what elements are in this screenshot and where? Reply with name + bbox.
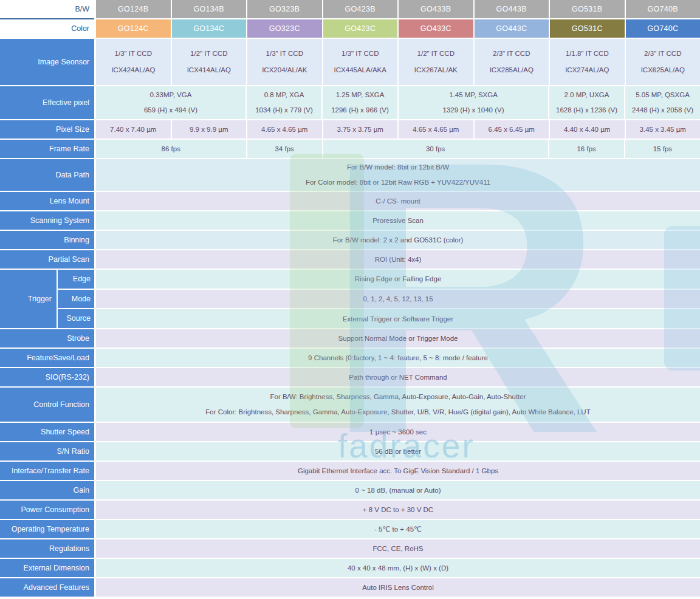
row-label: Advanced Features	[0, 578, 94, 597]
spec-row-scanning-system: Scanning System Proressive Scan	[0, 211, 700, 230]
model-header-color: GO124C	[96, 19, 171, 38]
row-label: Interface/Transfer Rate	[0, 462, 94, 480]
row-label: Operating Temperature	[0, 520, 94, 538]
spec-cell: For B/W model: 2 x 2 and GO531C (color)	[96, 231, 700, 249]
spec-row-feature-save-load: FeatureSave/Load 9 Channels (0:factory, …	[0, 349, 700, 367]
spec-row-strobe: Strobe Support Normal Mode or Trigger Mo…	[0, 329, 700, 347]
row-label: Control Function	[0, 388, 94, 422]
header-row-color: Color GO124C GO134C GO323C GO423C GO433C…	[0, 19, 700, 38]
row-label: Regulations	[0, 539, 94, 558]
spec-cell: Proressive Scan	[96, 211, 700, 230]
model-header-bw: GO433B	[399, 0, 473, 18]
color-row-label: Color	[0, 19, 94, 38]
spec-row-lens-mount: Lens Mount C-/ CS- mount	[0, 192, 700, 210]
spec-row-sio: SIO(RS-232) Path through or NET Command	[0, 368, 700, 386]
spec-cell: 4.65 x 4.65 µm	[399, 120, 473, 139]
spec-cell: 0.8 MP, XGA1034 (H) x 779 (V)	[247, 86, 321, 119]
model-header-color: GO423C	[323, 19, 398, 38]
spec-row-dimension: External Dimension 40 x 40 x 48 mm, (H) …	[0, 559, 700, 577]
spec-cell: 0.33MP, VGA659 (H) x 494 (V)	[96, 86, 245, 119]
model-header-color: GO323C	[247, 19, 322, 38]
spec-cell: 0, 1, 2, 4, 5, 12, 13, 15	[96, 290, 700, 309]
spec-cell: 4.65 x 4.65 µm	[247, 120, 322, 139]
spec-row-sn-ratio: S/N Ratio 56 dB or better	[0, 442, 700, 460]
spec-cell: 34 fps	[247, 140, 322, 158]
row-label: Lens Mount	[0, 192, 94, 210]
trigger-label: Trigger	[0, 270, 57, 328]
spec-cell: 3.75 x 3.75 µm	[323, 120, 398, 139]
spec-cell: 86 fps	[96, 140, 246, 158]
row-label: Gain	[0, 481, 94, 499]
trigger-sub-label-source: Source	[58, 309, 94, 328]
row-label: Image Seonsor	[0, 39, 94, 85]
spec-cell: 3.45 x 3.45 µm	[626, 120, 700, 139]
model-header-bw: GO443B	[475, 0, 549, 18]
spec-row-image-sensor: Image Seonsor 1/3" IT CCDICX424AL/AQ 1/2…	[0, 39, 700, 85]
spec-row-temperature: Operating Temperature - 5℃ to + 45℃	[0, 520, 700, 538]
row-label: S/N Ratio	[0, 442, 94, 460]
spec-cell: C-/ CS- mount	[96, 192, 700, 210]
spec-cell: - 5℃ to + 45℃	[96, 520, 700, 538]
spec-cell: For B/W: Brightness, Sharpness, Gamma, A…	[96, 388, 700, 422]
row-label: Power Consumption	[0, 501, 94, 519]
model-header-bw: GO531B	[550, 0, 625, 18]
spec-cell: Path through or NET Command	[96, 368, 700, 386]
row-label: Scanning System	[0, 211, 94, 230]
spec-cell: 4.40 x 4.40 µm	[550, 120, 625, 139]
spec-cell: 1/3" IT CCDICX424AL/AQ	[96, 39, 171, 85]
spec-cell: 1.25 MP, SXGA1296 (H) x 966 (V)	[323, 86, 397, 119]
spec-row-trigger: Trigger Edge Mode Source Rising Edge or …	[0, 270, 700, 328]
row-label: Partial Scan	[0, 250, 94, 269]
spec-row-advanced: Advanced Features Auto IRIS Lens Control	[0, 578, 700, 597]
model-header-color: GO531C	[550, 19, 625, 38]
spec-cell: Rising Edge or Falling Edge	[96, 270, 700, 289]
spec-cell: 2.0 MP, UXGA1628 (H) x 1236 (V)	[549, 86, 624, 119]
spec-cell: 7.40 x 7.40 µm	[96, 120, 171, 139]
spec-cell: 15 fps	[625, 140, 700, 158]
row-label: SIO(RS-232)	[0, 368, 94, 386]
spec-cell: 2/3" IT CCDICX625AL/AQ	[626, 39, 700, 85]
spec-row-control-function: Control Function For B/W: Brightness, Sh…	[0, 388, 700, 422]
spec-cell: 16 fps	[549, 140, 624, 158]
spec-row-power: Power Consumption + 8 V DC to + 30 V DC	[0, 501, 700, 519]
row-label: Effective pixel	[0, 86, 94, 119]
model-header-bw: GO323B	[247, 0, 322, 18]
spec-cell: 30 fps	[323, 140, 548, 158]
spec-cell: 56 dB or better	[96, 442, 700, 460]
spec-cell: Gigabit Ethernet Interface acc. To GigE …	[96, 462, 700, 480]
spec-cell: FCC, CE, RoHS	[96, 539, 700, 558]
spec-row-binning: Binning For B/W model: 2 x 2 and GO531C …	[0, 231, 700, 249]
row-label: Binning	[0, 231, 94, 249]
model-header-bw: GO740B	[626, 0, 700, 18]
spec-row-data-path: Data Path For B/W model: 8bit or 12bit B…	[0, 159, 700, 191]
spec-sheet: B/W GO124B GO134B GO323B GO423B GO433B G…	[0, 0, 700, 599]
spec-cell: ROI (Unit: 4x4)	[96, 250, 700, 269]
spec-cell: 1/3" IT CCDICX204/AL/AK	[247, 39, 322, 85]
spec-cell: 1/2" IT CCDICX414AL/AQ	[172, 39, 247, 85]
spec-cell: 40 x 40 x 48 mm, (H) x (W) x (D)	[96, 559, 700, 577]
spec-cell: 2/3" IT CCDICX285AL/AQ	[475, 39, 549, 85]
spec-cell: 1/1.8" IT CCDICX274AL/AQ	[550, 39, 625, 85]
model-header-color: GO134C	[172, 19, 247, 38]
spec-row-gain: Gain 0 ~ 18 dB, (manual or Auto)	[0, 481, 700, 499]
spec-cell: External Trigger or Software Trigger	[96, 309, 700, 328]
spec-cell: 9.9 x 9.9 µm	[172, 120, 247, 139]
bw-row-divider	[0, 18, 94, 19]
model-header-color: GO443C	[475, 19, 549, 38]
spec-cell: For B/W model: 8bit or 12bit B/WFor Colo…	[96, 159, 700, 191]
model-header-bw: GO134B	[172, 0, 247, 18]
spec-cell: Support Normal Mode or Trigger Mode	[96, 329, 700, 347]
header-row-bw: B/W GO124B GO134B GO323B GO423B GO433B G…	[0, 0, 700, 18]
spec-row-pixel-size: Pixel Size 7.40 x 7.40 µm 9.9 x 9.9 µm 4…	[0, 120, 700, 139]
spec-cell: 5.05 MP, QSXGA2448 (H) x 2058 (V)	[625, 86, 700, 119]
model-header-color: GO740C	[626, 19, 700, 38]
bw-row-label: B/W	[0, 0, 94, 18]
spec-cell: 1 µsec ~ 3600 sec	[96, 423, 700, 441]
trigger-sub-label-edge: Edge	[58, 270, 94, 289]
spec-cell: + 8 V DC to + 30 V DC	[96, 501, 700, 519]
model-header-bw: GO124B	[96, 0, 171, 18]
spec-cell: 9 Channels (0:factory, 1 ~ 4: feature, 5…	[96, 349, 700, 367]
spec-cell: Auto IRIS Lens Control	[96, 578, 700, 597]
spec-row-effective-pixel: Effective pixel 0.33MP, VGA659 (H) x 494…	[0, 86, 700, 119]
spec-row-frame-rate: Frame Rate 86 fps 34 fps 30 fps 16 fps 1…	[0, 140, 700, 158]
